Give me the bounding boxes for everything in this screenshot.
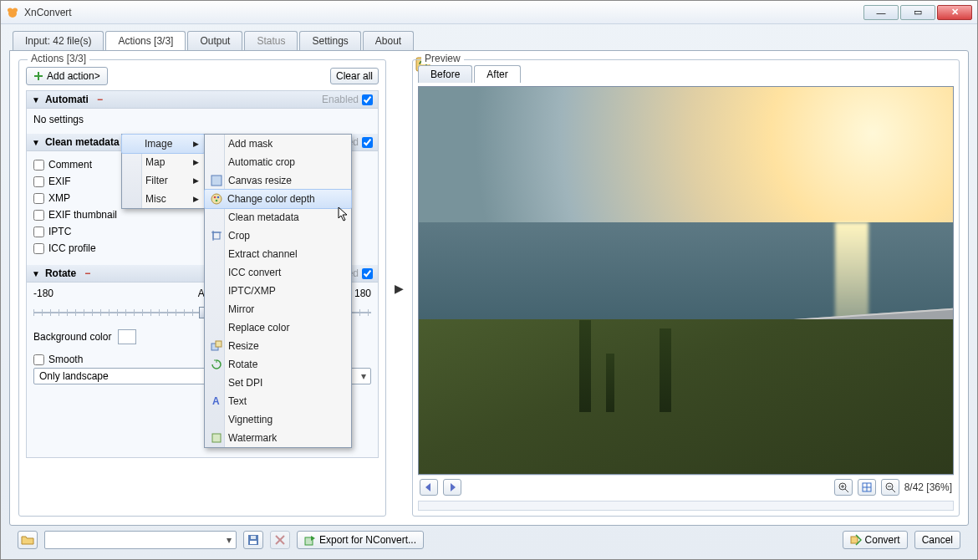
main-tabstrip: Input: 42 file(s) Actions [3/3] Output S… <box>9 31 969 50</box>
menu-cat-misc[interactable]: Misc▶ <box>122 190 204 208</box>
enabled-checkbox[interactable] <box>362 268 373 279</box>
preview-counter: 8/42 [36%] <box>904 481 952 493</box>
svg-rect-28 <box>251 536 256 539</box>
bgcolor-picker[interactable] <box>118 329 136 344</box>
svg-rect-23 <box>216 341 222 347</box>
action-body-automatic: No settings <box>27 109 378 134</box>
submenu-change-color-depth[interactable]: Change color depth <box>204 189 352 209</box>
menu-cat-filter[interactable]: Filter▶ <box>122 171 204 190</box>
cancel-button[interactable]: Cancel <box>914 531 960 549</box>
preview-scrollbar[interactable] <box>418 501 954 511</box>
submenu-canvas-resize[interactable]: Canvas resize <box>205 171 351 190</box>
preset-combo[interactable] <box>44 531 237 549</box>
submenu-icc-convert[interactable]: ICC convert <box>205 263 351 282</box>
svg-rect-14 <box>211 176 222 186</box>
tab-before[interactable]: Before <box>418 65 472 83</box>
add-action-menu: Image▶ Map▶ Filter▶ Misc▶ <box>121 134 205 209</box>
maximize-button[interactable]: ▭ <box>900 5 935 20</box>
plus-icon <box>33 71 43 81</box>
svg-rect-25 <box>212 434 221 442</box>
svg-point-2 <box>13 8 18 12</box>
close-button[interactable]: ✕ <box>937 5 972 20</box>
submenu-vignetting[interactable]: Vignetting <box>205 410 351 429</box>
menu-cat-map[interactable]: Map▶ <box>122 153 204 171</box>
submenu-automatic-crop[interactable]: Automatic crop <box>205 153 351 171</box>
svg-rect-4 <box>34 75 43 77</box>
minimize-button[interactable]: — <box>863 5 899 20</box>
collapse-icon: ▼ <box>32 269 40 278</box>
preview-image <box>418 86 954 475</box>
submenu-iptc-xmp[interactable]: IPTC/XMP <box>205 282 351 300</box>
prev-image-button[interactable] <box>420 479 438 496</box>
svg-point-1 <box>8 8 13 12</box>
menu-cat-image[interactable]: Image▶ <box>121 134 205 154</box>
svg-line-12 <box>892 489 895 492</box>
convert-icon <box>850 534 862 546</box>
zoom-fit-button[interactable] <box>858 479 876 496</box>
save-preset-button[interactable] <box>243 531 263 549</box>
bottom-toolbar: Export for NConvert... Convert Cancel <box>9 526 969 554</box>
window-title: XnConvert <box>24 7 72 18</box>
delete-preset-button[interactable] <box>270 531 290 549</box>
titlebar: XnConvert — ▭ ✕ <box>1 1 977 24</box>
submenu-text[interactable]: AText <box>205 392 351 410</box>
app-icon <box>6 6 19 19</box>
convert-button[interactable]: Convert <box>843 531 908 549</box>
cursor-icon <box>338 206 349 221</box>
svg-point-16 <box>214 196 216 199</box>
zoom-in-button[interactable] <box>834 479 853 496</box>
tab-output[interactable]: Output <box>187 31 242 50</box>
tab-about[interactable]: About <box>363 31 414 50</box>
submenu-rotate[interactable]: Rotate <box>205 355 351 374</box>
submenu-clean-metadata[interactable]: Clean metadata <box>205 208 351 227</box>
tab-after[interactable]: After <box>474 65 520 83</box>
submenu-replace-color[interactable]: Replace color <box>205 318 351 337</box>
tab-status[interactable]: Status <box>244 31 298 50</box>
submenu-set-dpi[interactable]: Set DPI <box>205 374 351 392</box>
remove-icon[interactable]: − <box>84 267 90 279</box>
tab-actions[interactable]: Actions [3/3] <box>105 31 186 50</box>
action-header-automatic[interactable]: ▼ Automati − Enabled <box>27 91 378 109</box>
submenu-crop[interactable]: Crop <box>205 227 351 245</box>
open-folder-button[interactable] <box>18 531 38 549</box>
app-window: XnConvert — ▭ ✕ Input: 42 file(s) Action… <box>0 0 978 560</box>
preview-groupbox: Preview Before After <box>412 59 960 517</box>
add-action-button[interactable]: Add action> <box>26 67 108 85</box>
svg-rect-19 <box>213 232 220 239</box>
submenu-extract-channel[interactable]: Extract channel <box>205 245 351 263</box>
submenu-mirror[interactable]: Mirror <box>205 300 351 318</box>
zoom-out-button[interactable] <box>881 479 899 496</box>
actions-group-label: Actions [3/3] <box>28 53 89 64</box>
tab-settings[interactable]: Settings <box>299 31 360 50</box>
preview-label: Preview <box>421 53 464 64</box>
svg-point-18 <box>216 200 218 202</box>
remove-icon[interactable]: − <box>97 94 103 105</box>
submenu-watermark[interactable]: Watermark <box>205 429 351 447</box>
expand-arrow-icon[interactable]: ▶ <box>395 282 404 295</box>
content: Input: 42 file(s) Actions [3/3] Output S… <box>1 24 977 559</box>
collapse-icon: ▼ <box>32 95 40 104</box>
clear-all-button[interactable]: Clear all <box>330 68 379 84</box>
svg-rect-27 <box>250 541 257 544</box>
svg-text:A: A <box>212 395 220 407</box>
svg-point-15 <box>211 194 222 204</box>
svg-point-17 <box>217 196 220 199</box>
svg-rect-32 <box>851 537 858 543</box>
collapse-icon: ▼ <box>32 138 40 147</box>
svg-line-7 <box>845 489 848 492</box>
enabled-checkbox[interactable] <box>362 94 373 105</box>
submenu-resize[interactable]: Resize <box>205 337 351 355</box>
image-submenu: Add mask Automatic crop Canvas resize Ch… <box>204 134 352 448</box>
enabled-checkbox[interactable] <box>362 137 373 148</box>
next-image-button[interactable] <box>443 479 461 496</box>
submenu-add-mask[interactable]: Add mask <box>205 135 351 153</box>
actions-panel: Actions [3/3] Add action> Clear all ▼ Au… <box>9 50 969 526</box>
export-nconvert-button[interactable]: Export for NConvert... <box>297 531 424 549</box>
tab-input[interactable]: Input: 42 file(s) <box>13 31 104 50</box>
export-icon <box>304 534 316 546</box>
